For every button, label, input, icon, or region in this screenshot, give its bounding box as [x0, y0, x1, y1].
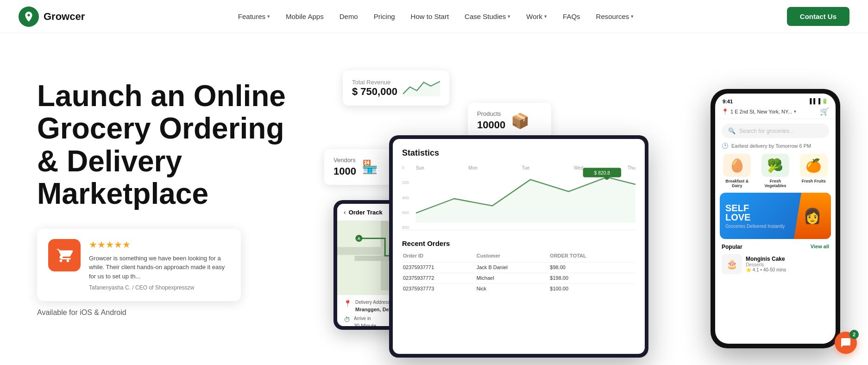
nav-how-to-start[interactable]: How to Start [404, 9, 456, 24]
hero-title: Launch an Online Grocery Ordering & Deli… [37, 80, 296, 210]
nav-resources[interactable]: Resources ▾ [590, 9, 641, 24]
order-id-2: 02375937772 [403, 273, 476, 283]
contact-us-button[interactable]: Contact Us [787, 7, 849, 26]
nav-case-studies[interactable]: Case Studies ▾ [458, 9, 517, 24]
nav-mobile-apps[interactable]: Mobile Apps [279, 9, 330, 24]
popular-item-meta: ⭐ 4.1 • 40-50 mins [746, 267, 786, 272]
testimonial-app-icon [48, 239, 81, 271]
phone-signal-icons: ▐▐ ▐ 🔋 [808, 98, 829, 104]
view-all-link[interactable]: View all [811, 244, 829, 250]
table-row: 02375937772 Michael $198.00 [403, 273, 635, 283]
fruits-icon: 🍊 [800, 154, 828, 177]
location-chevron-icon: ▾ [794, 109, 796, 114]
chat-badge: 2 [849, 330, 859, 339]
products-box-icon: 📦 [511, 112, 529, 130]
star-icon: ⭐ [746, 267, 751, 272]
fruits-label: Fresh Fruits [802, 179, 826, 183]
svg-rect-4 [355, 256, 390, 261]
header: Growcer Features ▾ Mobile Apps Demo Pric… [0, 0, 868, 33]
search-placeholder: Search for groceries... [739, 128, 794, 134]
orders-table: Order ID Customer ORDER TOTAL 0237593777… [402, 252, 635, 294]
vendors-label: Vendors [333, 157, 356, 164]
popular-item: 🎂 Monginis Cake Desserts ⭐ 4.1 • 40-50 m… [722, 254, 829, 274]
resources-chevron-icon: ▾ [631, 13, 634, 19]
revenue-stat-card: Total Revenue $ 750,000 [343, 70, 449, 106]
col-customer: Customer [477, 253, 549, 261]
phone-banner: SELFLOVE Groceries Delivered Instantly 👩 [720, 193, 831, 239]
pin-icon: 📍 [722, 108, 729, 115]
dashboard-tablet-mockup: Statistics 800 600 400 200 0 [389, 135, 648, 358]
popular-item-sub: Desserts [746, 262, 786, 267]
products-label: Products [477, 110, 505, 117]
tablet-content: Statistics 800 600 400 200 0 [393, 139, 645, 303]
category-vegetables[interactable]: 🥦 FreshVegetables [758, 154, 793, 188]
testimonial-content: ★★★★★ Growcer is something we have been … [89, 239, 230, 291]
popular-title: Popular [722, 244, 742, 250]
phone-mockup: 9:41 ▐▐ ▐ 🔋 📍 1 E 2nd St, New York, NY..… [711, 89, 840, 348]
testimonial-text: Growcer is something we have been lookin… [89, 254, 230, 281]
nav-work[interactable]: Work ▾ [520, 9, 554, 24]
revenue-label: Total Revenue [352, 79, 397, 86]
logo[interactable]: Growcer [19, 6, 85, 27]
products-stat-card: Products 10000 📦 [468, 103, 551, 138]
orders-section: Recent Orders Order ID Customer ORDER TO… [402, 239, 635, 294]
phone-time: 9:41 [723, 99, 733, 104]
revenue-value: $ 750,000 [352, 86, 397, 98]
vendors-value: 1000 [333, 165, 356, 177]
phone-status-bar: 9:41 ▐▐ ▐ 🔋 [715, 94, 836, 107]
main-nav: Features ▾ Mobile Apps Demo Pricing How … [232, 9, 641, 24]
hero-section: Launch an Online Grocery Ordering & Deli… [0, 33, 868, 365]
search-icon: 🔍 [728, 127, 736, 134]
logo-text: Growcer [44, 11, 85, 23]
products-value: 10000 [477, 119, 505, 131]
category-fruits[interactable]: 🍊 Fresh Fruits [796, 154, 831, 188]
breakfast-icon: 🥚 [723, 154, 751, 177]
revenue-card-content: Total Revenue $ 750,000 [352, 79, 397, 98]
vendors-stat-card: Vendors 1000 🏪 [324, 149, 398, 185]
customer-2: Michael [477, 273, 549, 283]
category-breakfast[interactable]: 🥚 Breakfast &Dairy [720, 154, 755, 188]
breakfast-label: Breakfast &Dairy [725, 179, 748, 188]
phone-screen: 9:41 ▐▐ ▐ 🔋 📍 1 E 2nd St, New York, NY..… [715, 94, 836, 344]
rating-stars: ★★★★★ [89, 239, 230, 250]
work-chevron-icon: ▾ [544, 13, 547, 19]
popular-header: Popular View all [722, 244, 829, 250]
customer-3: Nick [477, 283, 549, 293]
nav-faqs[interactable]: FAQs [556, 9, 587, 24]
arrive-label: Arrive in [354, 316, 376, 321]
location-text: 1 E 2nd St, New York, NY... [730, 109, 792, 114]
vegetables-icon: 🥦 [761, 154, 789, 177]
hero-left: Launch an Online Grocery Ordering & Deli… [37, 61, 296, 317]
col-order-total: ORDER TOTAL [550, 253, 635, 261]
order-id-3: 02375937773 [403, 283, 476, 293]
phone-search-bar[interactable]: 🔍 Search for groceries... [722, 124, 829, 138]
nav-pricing[interactable]: Pricing [367, 9, 402, 24]
popular-item-name: Monginis Cake [746, 256, 786, 262]
phone-delivery-info: 🕐 Earliest delivery by Tomorrow 6 PM [715, 143, 836, 154]
clock-icon: 🕐 [722, 143, 729, 149]
total-2: $198.00 [550, 273, 635, 283]
vendors-card-content: Vendors 1000 [333, 157, 356, 177]
case-studies-chevron-icon: ▾ [508, 13, 510, 19]
hero-right: Total Revenue $ 750,000 Products 10000 📦… [315, 61, 840, 365]
testimonial-author: Tafanenyasha C. / CEO of Shopexpresszw [89, 284, 230, 291]
col-order-id: Order ID [403, 253, 476, 261]
svg-text:A: A [358, 236, 360, 241]
vegetables-label: FreshVegetables [764, 179, 786, 188]
svg-marker-9 [416, 177, 635, 223]
svg-text:$ 820.8: $ 820.8 [594, 170, 610, 176]
chart-area: 800 600 400 200 0 $ 820.8 [402, 165, 635, 230]
cart-icon[interactable]: 🛒 [820, 107, 829, 116]
order-id-1: 02375937771 [403, 262, 476, 272]
banner-subtitle: Groceries Delivered Instantly [725, 224, 785, 229]
platform-text: Available for iOS & Android [37, 308, 296, 317]
nav-demo[interactable]: Demo [333, 9, 365, 24]
total-1: $98.00 [550, 262, 635, 272]
chat-bubble-button[interactable]: 2 [835, 332, 857, 354]
banner-person: 👩 [794, 193, 831, 239]
table-row: 02375937771 Jack B Daniel $98.00 [403, 262, 635, 272]
phone-popular-section: Popular View all 🎂 Monginis Cake Dessert… [715, 244, 836, 274]
popular-item-image: 🎂 [722, 254, 742, 274]
nav-features[interactable]: Features ▾ [232, 9, 277, 24]
arrive-time: 30 Minute [354, 323, 376, 326]
